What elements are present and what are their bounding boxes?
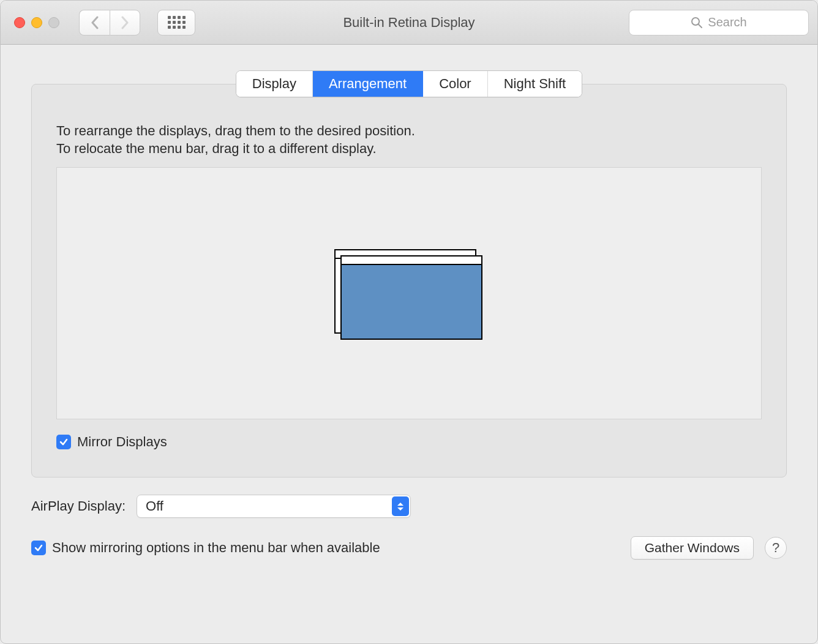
- airplay-label: AirPlay Display:: [31, 498, 126, 514]
- footer-row: Show mirroring options in the menu bar w…: [31, 536, 787, 560]
- nav-buttons: [79, 10, 140, 36]
- show-mirroring-label: Show mirroring options in the menu bar w…: [52, 540, 380, 556]
- airplay-select[interactable]: Off: [137, 495, 411, 518]
- mirror-displays-checkbox[interactable]: [56, 435, 71, 449]
- display-primary[interactable]: [340, 255, 482, 340]
- airplay-selected-value: Off: [146, 498, 163, 514]
- airplay-row: AirPlay Display: Off: [31, 495, 787, 518]
- tab-display[interactable]: Display: [236, 71, 313, 97]
- check-icon: [59, 437, 69, 447]
- show-all-button[interactable]: [157, 10, 195, 36]
- maximize-window-button: [48, 17, 59, 28]
- minimize-window-button[interactable]: [31, 17, 42, 28]
- tab-segment: Display Arrangement Color Night Shift: [236, 70, 582, 97]
- bottom-controls: AirPlay Display: Off Show mirroring opti…: [1, 477, 817, 560]
- instructions-text: To rearrange the displays, drag them to …: [56, 122, 762, 157]
- svg-line-1: [699, 24, 702, 28]
- display-primary-menubar[interactable]: [342, 256, 481, 265]
- window-controls: [14, 17, 59, 28]
- select-stepper-icon: [392, 496, 409, 516]
- search-input[interactable]: Search: [629, 10, 809, 36]
- mirror-displays-row: Mirror Displays: [56, 434, 762, 450]
- instruction-line-1: To rearrange the displays, drag them to …: [56, 122, 762, 140]
- chevron-right-icon: [121, 16, 129, 29]
- tab-arrangement[interactable]: Arrangement: [313, 71, 423, 97]
- show-mirroring-checkbox[interactable]: [31, 541, 46, 555]
- search-icon: [691, 17, 703, 29]
- mirror-displays-label: Mirror Displays: [77, 434, 167, 450]
- arrangement-panel: To rearrange the displays, drag them to …: [31, 84, 787, 477]
- gather-windows-label: Gather Windows: [645, 541, 740, 555]
- grid-icon: [168, 16, 186, 29]
- back-button[interactable]: [79, 10, 110, 36]
- search-placeholder: Search: [708, 15, 746, 29]
- display-stack[interactable]: [334, 249, 484, 337]
- help-button[interactable]: ?: [765, 537, 787, 559]
- chevron-left-icon: [91, 16, 99, 29]
- close-window-button[interactable]: [14, 17, 25, 28]
- forward-button[interactable]: [110, 10, 140, 36]
- gather-windows-button[interactable]: Gather Windows: [631, 536, 754, 560]
- svg-point-0: [692, 18, 699, 25]
- tab-night-shift[interactable]: Night Shift: [488, 71, 582, 97]
- tab-color[interactable]: Color: [423, 71, 488, 97]
- check-icon: [34, 543, 43, 553]
- display-primary-body: [342, 265, 481, 339]
- arrangement-canvas[interactable]: [56, 167, 762, 419]
- tab-bar: Display Arrangement Color Night Shift: [31, 70, 787, 97]
- help-icon: ?: [772, 540, 779, 556]
- instruction-line-2: To relocate the menu bar, drag it to a d…: [56, 140, 762, 158]
- content-area: Display Arrangement Color Night Shift To…: [1, 45, 817, 477]
- titlebar: Built-in Retina Display Search: [1, 1, 817, 45]
